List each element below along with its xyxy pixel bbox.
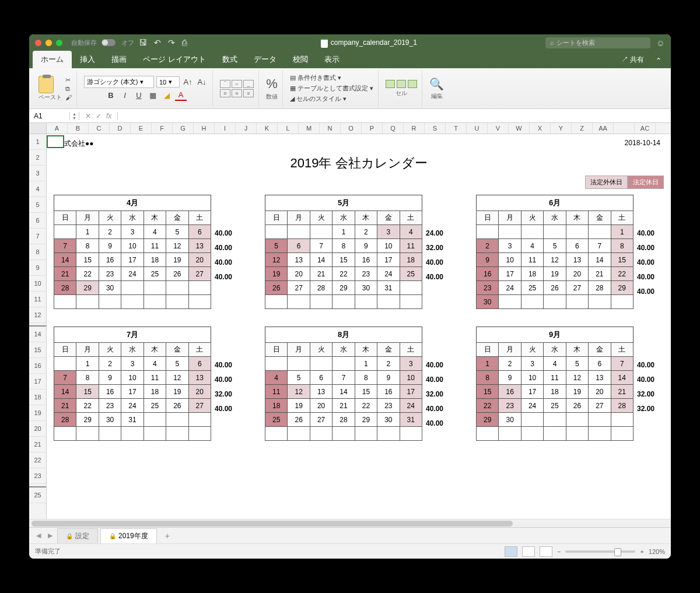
calendar-day[interactable]: 11 bbox=[521, 253, 543, 267]
calendar-day[interactable] bbox=[188, 281, 211, 295]
column-header[interactable]: J bbox=[236, 123, 257, 134]
calendar-day[interactable]: 15 bbox=[332, 253, 355, 267]
calendar-day[interactable]: 20 bbox=[566, 267, 588, 281]
calendar-day[interactable]: 26 bbox=[288, 413, 310, 427]
font-color-button[interactable]: A bbox=[175, 89, 187, 101]
calendar-day[interactable] bbox=[121, 295, 144, 309]
find-icon[interactable]: 🔍 bbox=[429, 77, 444, 91]
calendar-day[interactable]: 7 bbox=[611, 357, 633, 371]
calendar-day[interactable] bbox=[265, 427, 288, 441]
row-header[interactable]: 14 bbox=[29, 327, 46, 342]
calendar-day[interactable]: 12 bbox=[544, 253, 566, 267]
calendar-day[interactable] bbox=[332, 357, 355, 371]
calendar-day[interactable]: 26 bbox=[544, 281, 566, 295]
accept-formula-icon[interactable]: ✓ bbox=[96, 112, 102, 120]
cancel-formula-icon[interactable]: ✕ bbox=[85, 112, 91, 120]
calendar-day[interactable]: 5 bbox=[544, 239, 566, 253]
calendar-day[interactable] bbox=[54, 295, 76, 309]
row-header[interactable]: 18 bbox=[29, 390, 46, 405]
calendar-day[interactable]: 13 bbox=[310, 385, 332, 399]
calendar-day[interactable] bbox=[589, 413, 611, 427]
calendar-day[interactable]: 22 bbox=[611, 267, 633, 281]
calendar-day[interactable]: 9 bbox=[477, 253, 499, 267]
calendar-day[interactable]: 24 bbox=[377, 267, 400, 281]
calendar-day[interactable]: 13 bbox=[589, 371, 611, 385]
font-size-select[interactable]: 10 ▾ bbox=[156, 76, 180, 87]
calendar-day[interactable]: 14 bbox=[332, 385, 355, 399]
calendar-day[interactable]: 29 bbox=[477, 413, 499, 427]
calendar-day[interactable] bbox=[544, 295, 566, 309]
calendar-day[interactable]: 3 bbox=[121, 357, 144, 371]
calendar-day[interactable]: 16 bbox=[99, 253, 121, 267]
calendar-day[interactable]: 18 bbox=[144, 385, 166, 399]
calendar-day[interactable]: 22 bbox=[332, 267, 355, 281]
calendar-day[interactable]: 8 bbox=[76, 371, 99, 385]
calendar-day[interactable] bbox=[566, 225, 588, 239]
calendar-day[interactable] bbox=[166, 427, 188, 441]
fx-icon[interactable]: fx bbox=[106, 112, 111, 120]
sheet-tab-2019[interactable]: 2019年度 bbox=[100, 528, 157, 543]
calendar-day[interactable]: 5 bbox=[265, 239, 288, 253]
select-all-corner[interactable] bbox=[29, 123, 47, 134]
tab-draw[interactable]: 描画 bbox=[103, 51, 135, 68]
calendar-day[interactable]: 18 bbox=[265, 399, 288, 413]
calendar-day[interactable]: 11 bbox=[144, 239, 166, 253]
calendar-day[interactable]: 4 bbox=[544, 357, 566, 371]
calendar-day[interactable]: 16 bbox=[377, 385, 400, 399]
calendar-day[interactable]: 21 bbox=[54, 267, 76, 281]
calendar-day[interactable] bbox=[377, 427, 400, 441]
align-right-icon[interactable]: ≡ bbox=[243, 89, 254, 97]
calendar-day[interactable] bbox=[400, 295, 422, 309]
calendar-day[interactable]: 22 bbox=[355, 399, 377, 413]
calendar-day[interactable]: 29 bbox=[332, 281, 355, 295]
name-box[interactable]: A1 bbox=[29, 112, 70, 120]
calendar-day[interactable]: 10 bbox=[121, 371, 144, 385]
format-cell-icon[interactable] bbox=[408, 80, 417, 88]
paste-button[interactable]: ペースト bbox=[38, 76, 62, 101]
copy-icon[interactable]: ⧉ bbox=[65, 85, 72, 93]
align-middle-icon[interactable]: = bbox=[232, 80, 242, 88]
calendar-day[interactable]: 24 bbox=[400, 399, 422, 413]
row-header[interactable]: 20 bbox=[29, 421, 46, 437]
calendar-day[interactable]: 23 bbox=[99, 399, 121, 413]
calendar-day[interactable]: 2 bbox=[499, 357, 521, 371]
calendar-day[interactable]: 9 bbox=[99, 371, 121, 385]
calendar-day[interactable]: 20 bbox=[589, 385, 611, 399]
column-header[interactable]: AC bbox=[635, 123, 656, 134]
undo-icon[interactable]: ↶ bbox=[154, 38, 161, 47]
calendar-day[interactable] bbox=[521, 225, 543, 239]
collapse-ribbon-icon[interactable]: ⌃ bbox=[650, 53, 667, 68]
tab-home[interactable]: ホーム bbox=[33, 51, 72, 68]
column-header[interactable]: X bbox=[530, 123, 551, 134]
calendar-day[interactable]: 2 bbox=[99, 225, 121, 239]
column-header[interactable]: W bbox=[509, 123, 530, 134]
calendar-day[interactable]: 20 bbox=[188, 253, 211, 267]
calendar-day[interactable]: 4 bbox=[144, 225, 166, 239]
calendar-day[interactable]: 4 bbox=[521, 239, 543, 253]
column-header[interactable]: M bbox=[299, 123, 320, 134]
tab-nav-next-icon[interactable]: ▶ bbox=[46, 532, 55, 539]
insert-cell-icon[interactable] bbox=[386, 80, 395, 88]
calendar-day[interactable]: 10 bbox=[377, 239, 400, 253]
calendar-day[interactable] bbox=[566, 427, 588, 441]
search-input[interactable]: ⌕ シートを検索 bbox=[545, 37, 650, 48]
calendar-day[interactable] bbox=[477, 225, 499, 239]
calendar-day[interactable] bbox=[499, 295, 521, 309]
calendar-day[interactable] bbox=[188, 427, 211, 441]
calendar-day[interactable]: 28 bbox=[332, 413, 355, 427]
column-header[interactable]: E bbox=[131, 123, 152, 134]
column-header[interactable]: P bbox=[362, 123, 383, 134]
calendar-day[interactable]: 25 bbox=[544, 399, 566, 413]
calendar-day[interactable] bbox=[188, 413, 211, 427]
calendar-day[interactable]: 1 bbox=[332, 225, 355, 239]
calendar-day[interactable] bbox=[166, 281, 188, 295]
calendar-day[interactable] bbox=[589, 225, 611, 239]
calendar-day[interactable]: 12 bbox=[566, 371, 588, 385]
calendar-day[interactable]: 6 bbox=[288, 239, 310, 253]
calendar-day[interactable]: 17 bbox=[121, 385, 144, 399]
calendar-day[interactable]: 15 bbox=[611, 253, 633, 267]
cell-style-button[interactable]: ◢ セルのスタイル ▾ bbox=[290, 94, 373, 103]
calendar-day[interactable]: 19 bbox=[566, 385, 588, 399]
calendar-day[interactable]: 25 bbox=[521, 281, 543, 295]
calendar-day[interactable]: 3 bbox=[377, 225, 400, 239]
